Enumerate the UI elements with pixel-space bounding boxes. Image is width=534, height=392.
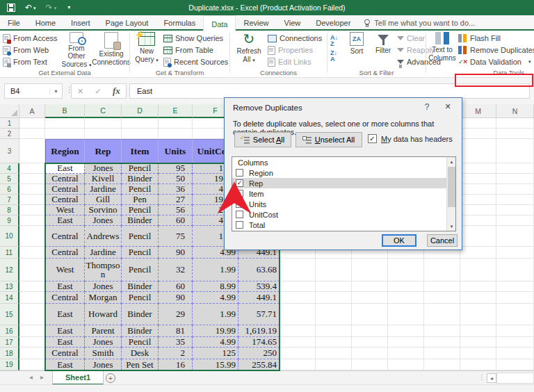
cell-E11[interactable]: 90 (159, 247, 193, 259)
filter-button[interactable]: Filter (371, 32, 396, 68)
cell-B2[interactable] (45, 129, 85, 139)
cell-C4[interactable]: Jones (85, 163, 122, 174)
cell-D9[interactable]: Binder (122, 215, 159, 226)
row-header-9[interactable]: 9 (0, 215, 19, 226)
row-header-7[interactable]: 7 (0, 195, 19, 205)
cell-A14[interactable] (19, 292, 45, 304)
cell-C14[interactable]: Morgan (85, 292, 122, 304)
cell-D17[interactable]: Pencil (122, 337, 159, 348)
cell-D12[interactable]: Pencil (122, 259, 159, 281)
cell-C6[interactable]: Jardine (85, 184, 122, 195)
cell-B11[interactable]: Central (45, 247, 85, 259)
table-header-cell[interactable]: Units (159, 139, 193, 163)
cell-A8[interactable] (19, 205, 45, 215)
cell-N6[interactable] (496, 184, 534, 195)
cell-B9[interactable]: East (45, 215, 85, 226)
select-all-button[interactable]: Select All (234, 132, 291, 147)
cell-I14[interactable] (316, 292, 352, 304)
cell-E15[interactable]: 29 (159, 304, 193, 325)
cell-A17[interactable] (19, 337, 45, 348)
column-option-region[interactable]: Region (232, 168, 455, 178)
dialog-help-button[interactable]: ? (421, 102, 432, 112)
cell-D19[interactable]: Pen Set (122, 359, 159, 370)
column-option-total[interactable]: Total (232, 220, 455, 230)
cell-B13[interactable]: East (45, 281, 85, 292)
scroll-up-icon[interactable]: ▲ (447, 157, 456, 166)
cell-D16[interactable]: Binder (122, 325, 159, 337)
cell-N9[interactable] (496, 215, 534, 226)
remove-duplicates-button[interactable]: Remove Duplicates (458, 45, 534, 55)
tab-data[interactable]: Data (203, 15, 236, 32)
cell-C18[interactable]: Smith (85, 348, 122, 359)
row-header-16[interactable]: 16 (0, 325, 19, 337)
column-header-D[interactable]: D (122, 104, 159, 118)
cell-A9[interactable] (19, 215, 45, 226)
column-option-rep[interactable]: ✓Rep (232, 178, 455, 188)
cell-C11[interactable]: Jardine (85, 247, 122, 259)
text-to-columns-button[interactable]: Text toColumns (428, 32, 456, 68)
cell-M5[interactable] (460, 174, 496, 184)
cell-L19[interactable] (424, 359, 460, 370)
column-header-C[interactable]: C (85, 104, 122, 118)
cell-B5[interactable]: Central (45, 174, 85, 184)
cell-G14[interactable]: 449.1 (238, 292, 280, 304)
cell-M2[interactable] (460, 129, 496, 139)
cell-N5[interactable] (496, 174, 534, 184)
row-header-17[interactable]: 17 (0, 337, 19, 348)
sheet-tab-sheet1[interactable]: Sheet1 (52, 371, 104, 385)
prev-sheet-icon[interactable]: ◂ (29, 373, 33, 381)
table-header-cell[interactable]: Rep (85, 139, 122, 163)
cell-D1[interactable] (122, 118, 159, 129)
tab-developer[interactable]: Developer (308, 15, 358, 31)
cell-N2[interactable] (496, 129, 534, 139)
cell-A12[interactable] (19, 259, 45, 281)
cell-J15[interactable] (352, 304, 388, 325)
scrollbar-thumb[interactable] (448, 167, 455, 207)
cell-J16[interactable] (352, 325, 388, 337)
cell-M6[interactable] (460, 184, 496, 195)
cell-C10[interactable]: Andrews (85, 226, 122, 247)
row-header-10[interactable]: 10 (0, 226, 19, 247)
cell-E14[interactable]: 90 (159, 292, 193, 304)
cell-C17[interactable]: Jones (85, 337, 122, 348)
column-header-A[interactable]: A (19, 104, 45, 118)
cell-M14[interactable] (460, 292, 496, 304)
cell-D6[interactable]: Pencil (122, 184, 159, 195)
cell-D7[interactable]: Pen (122, 195, 159, 205)
cell-D14[interactable]: Pencil (122, 292, 159, 304)
checkbox-unchecked-icon[interactable] (236, 190, 243, 197)
cell-E13[interactable]: 60 (159, 281, 193, 292)
cell-H18[interactable] (280, 348, 316, 359)
column-option-unitcost[interactable]: UnitCost (232, 209, 455, 220)
cell-M15[interactable] (460, 304, 496, 325)
cell-J12[interactable] (352, 259, 388, 281)
horizontal-scrollbar[interactable] (496, 373, 534, 384)
cell-G17[interactable]: 174.65 (238, 337, 280, 348)
cell-M9[interactable] (460, 215, 496, 226)
sort-button[interactable]: ZA Sort (344, 32, 369, 68)
cell-I13[interactable] (316, 281, 352, 292)
cell-H13[interactable] (280, 281, 316, 292)
connections-button[interactable]: Connections (268, 33, 322, 43)
cell-H15[interactable] (280, 304, 316, 325)
row-header-11[interactable]: 11 (0, 247, 19, 259)
cell-L16[interactable] (424, 325, 460, 337)
cell-J18[interactable] (352, 348, 388, 359)
cell-J17[interactable] (352, 337, 388, 348)
cell-A1[interactable] (19, 118, 45, 129)
column-header-N[interactable]: N (496, 104, 534, 118)
cell-A7[interactable] (19, 195, 45, 205)
column-option-item[interactable]: Item (232, 188, 455, 199)
cell-E9[interactable]: 60 (159, 215, 193, 226)
from-other-sources-button[interactable]: From OtherSources ▾ (60, 32, 93, 68)
cell-F16[interactable]: 19.99 (193, 325, 238, 337)
row-header-4[interactable]: 4 (0, 163, 19, 174)
from-access-button[interactable]: From Access (3, 33, 58, 43)
save-icon[interactable] (7, 3, 15, 12)
cell-N1[interactable] (496, 118, 534, 129)
cell-M18[interactable] (460, 348, 496, 359)
cell-L13[interactable] (424, 281, 460, 292)
listbox-scrollbar[interactable]: ▲ ▼ (446, 157, 455, 231)
cell-C2[interactable] (85, 129, 122, 139)
cell-E16[interactable]: 81 (159, 325, 193, 337)
